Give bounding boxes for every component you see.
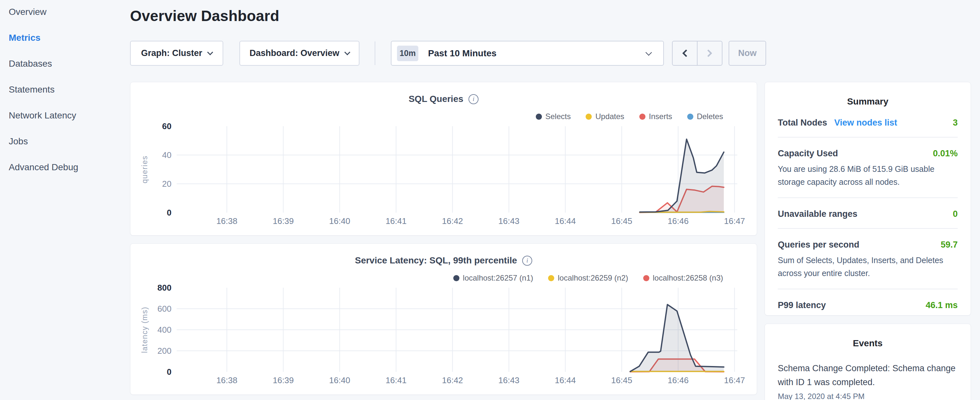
sidebar-item-statements[interactable]: Statements [9, 84, 55, 95]
svg-text:16:45: 16:45 [611, 375, 632, 385]
summary-row-label: P99 latency [778, 300, 826, 310]
sidebar-item-advanced-debug[interactable]: Advanced Debug [9, 162, 78, 173]
svg-text:60: 60 [162, 121, 172, 131]
svg-text:16:39: 16:39 [273, 375, 294, 385]
svg-text:16:42: 16:42 [442, 375, 463, 385]
summary-row-label: Unavailable ranges [778, 209, 858, 219]
graph-scope-dropdown[interactable]: Graph: Cluster [130, 41, 223, 66]
summary-row-value: 46.1 ms [926, 300, 958, 310]
svg-text:16:45: 16:45 [611, 216, 632, 226]
event-item-timestamp: May 13, 2020 at 4:45 PM [778, 392, 958, 400]
events-panel: Events Schema Change Completed: Schema c… [765, 324, 971, 400]
svg-text:16:43: 16:43 [498, 375, 519, 385]
summary-row-label: Queries per second [778, 240, 859, 250]
dashboard-dropdown-label: Dashboard: Overview [250, 48, 339, 58]
legend-dot [453, 275, 460, 281]
chevron-right-icon [704, 49, 712, 57]
svg-text:16:43: 16:43 [498, 216, 519, 226]
legend-item[interactable]: Updates [585, 112, 624, 121]
legend-dot [639, 113, 646, 120]
page-title: Overview Dashboard [130, 7, 279, 25]
chart-svg: 16:3816:3916:4016:4116:4216:4316:4416:45… [130, 244, 757, 395]
legend-item[interactable]: localhost:26259 (n2) [548, 274, 628, 282]
now-button[interactable]: Now [729, 41, 766, 66]
chart-svg: 16:3816:3916:4016:4116:4216:4316:4416:45… [130, 82, 757, 235]
summary-row-value: 0 [953, 209, 958, 219]
legend-item[interactable]: Deletes [687, 112, 723, 121]
time-range-dropdown[interactable]: 10m Past 10 Minutes [391, 41, 664, 66]
now-button-label: Now [738, 48, 757, 58]
svg-text:16:39: 16:39 [273, 216, 294, 226]
summary-row-label: Capacity Used [778, 148, 838, 159]
summary-panel: Summary Total Nodes View nodes list 3 Ca… [765, 82, 971, 316]
legend-dot [548, 275, 554, 281]
graph-scope-dropdown-label: Graph: Cluster [141, 48, 202, 58]
legend-item[interactable]: Selects [536, 112, 571, 121]
summary-row-value: 3 [953, 118, 958, 128]
svg-text:16:40: 16:40 [329, 216, 350, 226]
legend-item[interactable]: localhost:26257 (n1) [453, 274, 533, 282]
chevron-down-icon [344, 49, 350, 55]
sidebar-item-metrics[interactable]: Metrics [9, 32, 40, 43]
summary-row-queries-per-second: Queries per second 59.7 Sum of Selects, … [778, 229, 958, 289]
svg-text:400: 400 [158, 325, 172, 335]
summary-row-unavailable-ranges: Unavailable ranges 0 [778, 198, 958, 229]
time-step-buttons [672, 41, 722, 66]
sidebar-item-overview[interactable]: Overview [9, 6, 46, 18]
chevron-left-icon [682, 49, 690, 57]
svg-text:16:38: 16:38 [216, 216, 237, 226]
legend-dot [585, 113, 592, 120]
summary-panel-title: Summary [778, 96, 958, 107]
service-latency-chart[interactable]: 16:3816:3916:4016:4116:4216:4316:4416:45… [130, 244, 757, 395]
event-item-text[interactable]: Schema Change Completed: Schema change w… [778, 362, 958, 389]
chart-legend: localhost:26257 (n1)localhost:26259 (n2)… [453, 274, 723, 282]
svg-text:20: 20 [162, 179, 172, 189]
svg-text:16:47: 16:47 [724, 216, 745, 226]
svg-text:0: 0 [167, 208, 172, 217]
legend-item[interactable]: Inserts [639, 112, 672, 121]
svg-text:16:46: 16:46 [667, 216, 689, 226]
legend-dot [687, 113, 694, 120]
legend-item[interactable]: localhost:26258 (n3) [643, 274, 723, 282]
info-icon[interactable]: i [468, 94, 479, 104]
svg-text:16:46: 16:46 [667, 375, 689, 385]
time-step-forward-button[interactable] [697, 41, 722, 65]
chart-legend: SelectsUpdatesInsertsDeletes [536, 112, 724, 121]
chevron-down-icon [207, 49, 213, 55]
summary-row-description: Sum of Selects, Updates, Inserts, and De… [778, 254, 958, 280]
chevron-down-icon [646, 49, 652, 56]
dashboard-dropdown[interactable]: Dashboard: Overview [239, 41, 360, 66]
view-nodes-list-link[interactable]: View nodes list [834, 118, 897, 128]
info-icon[interactable]: i [522, 256, 532, 266]
svg-text:16:42: 16:42 [442, 216, 463, 226]
chart-title: Service Latency: SQL, 99th percentile [355, 255, 517, 266]
svg-text:16:41: 16:41 [386, 216, 407, 226]
legend-dot [536, 113, 542, 120]
sql-queries-card: SQL Queries i SelectsUpdatesInsertsDelet… [130, 82, 757, 236]
sql-queries-chart[interactable]: 16:3816:3916:4016:4116:4216:4316:4416:45… [130, 82, 757, 235]
chart-title: SQL Queries [409, 94, 463, 104]
svg-text:latency (ms): latency (ms) [140, 306, 149, 353]
time-range-label: Past 10 Minutes [428, 48, 496, 59]
svg-text:600: 600 [158, 304, 172, 314]
summary-row-capacity-used: Capacity Used 0.01% You are using 28.6 M… [778, 137, 958, 198]
svg-text:16:44: 16:44 [555, 375, 576, 385]
summary-row-description: You are using 28.6 MiB of 515.9 GiB usab… [778, 163, 958, 188]
sidebar-item-databases[interactable]: Databases [9, 58, 52, 69]
summary-row-total-nodes: Total Nodes View nodes list 3 [778, 107, 958, 137]
svg-text:0: 0 [167, 367, 172, 377]
summary-row-value: 59.7 [940, 240, 958, 250]
sidebar-item-network-latency[interactable]: Network Latency [9, 110, 76, 121]
time-step-back-button[interactable] [673, 41, 697, 65]
svg-text:40: 40 [162, 150, 172, 160]
summary-row-value: 0.01% [933, 148, 958, 159]
toolbar-divider [375, 41, 375, 65]
svg-text:800: 800 [158, 283, 172, 293]
events-panel-title: Events [778, 338, 958, 349]
service-latency-card: Service Latency: SQL, 99th percentile i … [130, 243, 757, 395]
svg-text:16:40: 16:40 [329, 375, 350, 385]
sidebar-item-jobs[interactable]: Jobs [9, 136, 28, 147]
summary-row-label: Total Nodes [778, 118, 827, 128]
summary-row-p99-latency: P99 latency 46.1 ms [778, 289, 958, 319]
svg-text:queries: queries [140, 156, 149, 183]
